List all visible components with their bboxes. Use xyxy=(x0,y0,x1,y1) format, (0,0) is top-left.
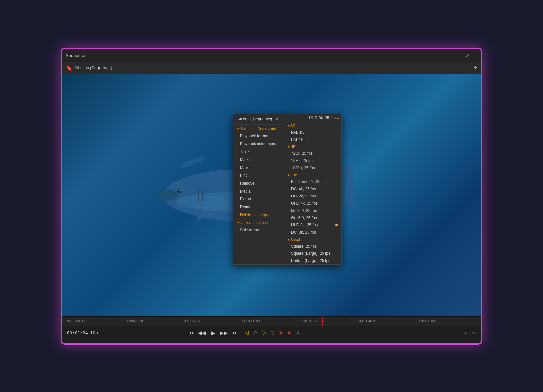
sequence-commands-header[interactable]: ▾ Sequence Commands xyxy=(233,125,284,132)
skip-to-end-button[interactable]: ⏭ xyxy=(232,330,238,336)
play-button[interactable]: ▶ xyxy=(211,329,215,337)
sequence-tab[interactable]: 🔖 All clips (Sequence) xyxy=(66,65,112,71)
format-1080i-25[interactable]: 1080i, 25 fps xyxy=(284,157,341,164)
format-pal-4-3[interactable]: PAL 4:3 xyxy=(284,129,341,136)
format-uhd-4k-25[interactable]: UHD 4k, 25 fps xyxy=(284,200,341,207)
window-title: Sequence xyxy=(66,53,85,58)
undo-button[interactable]: ↩ xyxy=(465,330,469,336)
format-6k-16-9-25[interactable]: 6k 16:9, 25 fps xyxy=(284,214,341,222)
format-1080p-25[interactable]: 1080p, 25 fps xyxy=(284,164,341,171)
view-commands-label: View Commands xyxy=(240,221,268,225)
hd-section-label: HD xyxy=(290,145,296,149)
social-section-header[interactable]: ▾ Social xyxy=(284,236,341,243)
main-content: All clips (Sequence) ✕ ▾ Sequence Comman… xyxy=(62,74,481,316)
menu-item-marks[interactable]: Marks xyxy=(233,156,284,164)
popup-close-button[interactable]: ✕ xyxy=(275,117,280,122)
chevron-down-icon-social: ▾ xyxy=(288,238,289,241)
audio-button[interactable]: 🎙 xyxy=(296,330,301,336)
popup-right-panel[interactable]: UHD 8k, 25 fps ▴ ▾ SD PAL 4:3 PAL 16:9 ▾… xyxy=(284,114,341,264)
format-square-large-25[interactable]: Square (Large), 25 fps xyxy=(284,250,341,257)
timemark-1: 00:00:20.00 xyxy=(125,319,184,323)
playback-format-item[interactable]: Playback format xyxy=(233,132,284,140)
sequence-commands-label: Sequence Commands xyxy=(240,127,276,131)
svg-point-7 xyxy=(177,189,181,193)
transport-controls: ⏮ ◀◀ ▶ ▶▶ ⏭ ◁ ◇ ▷ ⬡ ▣ ▣ 🎙 xyxy=(188,329,301,337)
svg-point-13 xyxy=(179,155,206,169)
social-section-label: Social xyxy=(290,238,300,242)
format-dci-4k-25[interactable]: DCI 4k, 25 fps xyxy=(284,185,341,193)
format-square-25[interactable]: Square, 25 fps xyxy=(284,243,341,250)
svg-point-5 xyxy=(158,189,178,201)
menu-item-tracks[interactable]: Tracks xyxy=(233,148,284,156)
mark-in-button[interactable]: ◁ xyxy=(245,330,249,336)
in-marker-button[interactable]: ▣ xyxy=(279,330,283,335)
format-dci-8k-25[interactable]: DCI 8k, 25 fps xyxy=(284,229,341,236)
menu-item-safe-areas[interactable]: Safe areas xyxy=(233,226,284,234)
playback-format-value-row[interactable]: UHD 8k, 25 fps ▴ xyxy=(284,114,341,122)
redo-button[interactable]: ↪ xyxy=(472,330,476,336)
chevron-down-icon-hd: ▾ xyxy=(288,145,289,148)
format-5k-16-9-25[interactable]: 5k 16:9, 25 fps xyxy=(284,207,341,214)
out-marker-button[interactable]: ▣ xyxy=(287,330,291,335)
menu-item-remove[interactable]: Remove xyxy=(233,179,284,187)
timemark-3: 00:01:00.00 xyxy=(242,319,300,323)
clip-button[interactable]: ⬡ xyxy=(271,330,274,335)
application-window: Sequence ⤢ ⋮ 🔖 All clips (Sequence) + xyxy=(61,48,482,344)
bookmark-icon: 🔖 xyxy=(66,65,72,71)
format-uhd-8k-25[interactable]: UHD 8k, 25 fps xyxy=(284,222,341,229)
view-commands-header[interactable]: ▾ View Commands xyxy=(233,219,284,226)
right-controls: ↩ ↪ xyxy=(465,330,476,336)
selected-indicator xyxy=(335,224,338,226)
menu-item-delete-sequence[interactable]: Delete this sequenc... xyxy=(233,211,284,219)
chevron-up-icon: ▴ xyxy=(337,116,339,119)
expand-icon[interactable]: ⤢ xyxy=(465,53,469,58)
frame-back-button[interactable]: ◀◀ xyxy=(198,330,206,336)
format-portrait-large-25[interactable]: Portrait (Large), 25 fps xyxy=(284,257,341,264)
popup-title: All clips (Sequence) xyxy=(237,117,272,121)
mark-out-button[interactable]: ▷ xyxy=(262,330,266,336)
mark-button[interactable]: ◇ xyxy=(253,330,257,336)
menu-icon[interactable]: ⋮ xyxy=(473,53,477,58)
format-fullframe-2k-25[interactable]: Full frame 2k, 25 fps xyxy=(284,178,341,185)
format-pal-16-9[interactable]: PAL 16:9 xyxy=(284,136,341,143)
menu-item-render[interactable]: Render.. xyxy=(233,203,284,211)
chevron-down-icon-2: ▾ xyxy=(237,221,239,224)
frame-forward-button[interactable]: ▶▶ xyxy=(220,330,228,336)
timemark-2: 00:00:40.00 xyxy=(184,319,242,323)
menu-item-export[interactable]: Export xyxy=(233,195,284,203)
playback-format-value: UHD 8k, 25 fps xyxy=(309,116,336,120)
chevron-down-icon-film: ▾ xyxy=(288,173,289,177)
popup-menu: All clips (Sequence) ✕ ▾ Sequence Comman… xyxy=(233,114,342,265)
menu-item-colour-space[interactable]: Playback colour spa... xyxy=(233,140,284,148)
timemark-0: 00:00:00.00 xyxy=(67,319,125,323)
format-720p-25[interactable]: 720p, 25 fps xyxy=(284,150,341,157)
film-section-header[interactable]: ▾ Film xyxy=(284,171,341,178)
timecode-display: 00:01:24.10 xyxy=(67,330,95,335)
chevron-down-icon: ▾ xyxy=(237,127,239,130)
svg-point-8 xyxy=(179,190,181,191)
timemark-5: 00:01:40.00 xyxy=(359,319,417,323)
popup-header: All clips (Sequence) ✕ xyxy=(233,114,284,125)
sd-section-header[interactable]: ▾ SD xyxy=(284,122,341,129)
popup-left-panel: All clips (Sequence) ✕ ▾ Sequence Comman… xyxy=(233,114,284,264)
title-bar-controls: ⤢ ⋮ xyxy=(465,53,477,58)
playhead xyxy=(322,317,323,326)
timeline-area: 00:00:00.00 00:00:20.00 00:00:40.00 00:0… xyxy=(62,316,481,343)
menu-item-media[interactable]: Media xyxy=(233,187,284,195)
menu-item-make[interactable]: Make xyxy=(233,164,284,171)
title-bar: Sequence ⤢ ⋮ xyxy=(62,49,481,62)
add-tab-button[interactable]: + xyxy=(474,65,477,71)
timecode-chevron[interactable]: ▾ xyxy=(97,331,98,335)
hd-section-header[interactable]: ▾ HD xyxy=(284,143,341,150)
timemark-4: 00:01:20.00 xyxy=(301,319,359,323)
menu-item-find[interactable]: Find xyxy=(233,171,284,179)
timemark-6: 00:02:00.00 xyxy=(418,319,476,323)
timeline-ruler: 00:00:00.00 00:00:20.00 00:00:40.00 00:0… xyxy=(62,317,481,326)
chevron-down-icon-sd: ▾ xyxy=(288,124,289,127)
tab-bar: 🔖 All clips (Sequence) + xyxy=(62,62,481,74)
format-dci-2k-25[interactable]: DCI 2k, 25 fps xyxy=(284,193,341,200)
timeline-controls: 00:01:24.10 ▾ ⏮ ◀◀ ▶ ▶▶ ⏭ ◁ ◇ ▷ ⬡ ▣ ▣ 🎙 … xyxy=(62,326,481,340)
tab-label: All clips (Sequence) xyxy=(74,65,112,70)
playback-format-label: Playback format xyxy=(240,134,281,138)
skip-to-start-button[interactable]: ⏮ xyxy=(188,330,194,336)
